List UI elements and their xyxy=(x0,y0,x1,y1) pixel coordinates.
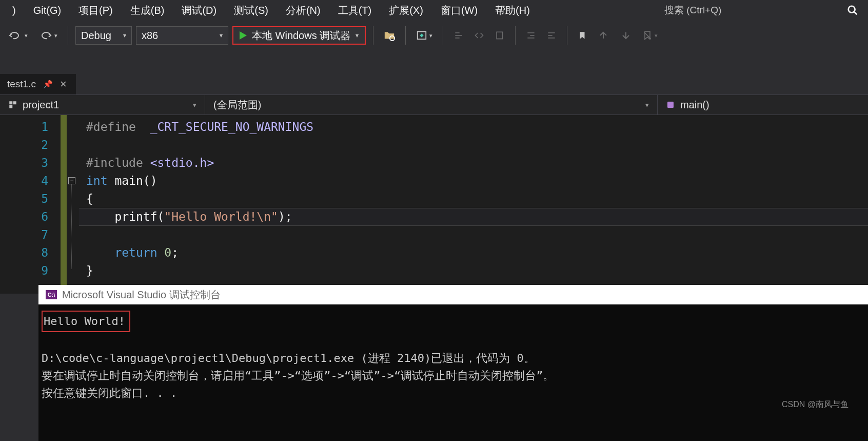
search-icon xyxy=(847,5,858,16)
console-output[interactable]: Hello World! D:\code\c-language\project1… xyxy=(38,304,868,441)
line-number: 3 xyxy=(0,154,48,172)
open-file-button[interactable] xyxy=(381,26,398,45)
scope-context-dropdown[interactable]: (全局范围) ▾ xyxy=(205,95,658,114)
function-icon xyxy=(666,100,675,109)
toolbar-separator xyxy=(373,26,373,45)
change-margin xyxy=(61,115,67,294)
console-highlighted-output: Hello World! xyxy=(42,311,130,332)
svg-point-0 xyxy=(849,6,855,13)
outdent-button[interactable] xyxy=(543,26,560,45)
search-box[interactable]: 搜索 (Ctrl+Q) xyxy=(658,0,863,21)
function-name: main() xyxy=(680,99,709,111)
chevron-down-icon: ▾ xyxy=(193,101,196,109)
vs-icon: C:\ xyxy=(46,290,57,299)
platform-dropdown[interactable]: x86 ▾ xyxy=(136,26,228,45)
comment-button[interactable] xyxy=(450,26,467,45)
chevron-down-icon: ▾ xyxy=(123,32,126,39)
menu-item[interactable]: 帮助(H) xyxy=(488,1,537,21)
code-line[interactable] xyxy=(86,136,868,154)
config-dropdown[interactable]: Debug ▾ xyxy=(75,26,132,45)
line-number: 9 xyxy=(0,262,48,280)
toolbar-separator xyxy=(68,26,68,45)
chevron-down-icon: ▾ xyxy=(356,32,359,39)
line-number: 7 xyxy=(0,226,48,244)
console-title-text: Microsoft Visual Studio 调试控制台 xyxy=(62,288,221,302)
debug-label: 本地 Windows 调试器 xyxy=(252,29,350,43)
document-tab-active[interactable]: test1.c 📌 × xyxy=(0,74,76,94)
project-name: project1 xyxy=(23,99,59,111)
clear-bookmarks-button[interactable]: ▾ xyxy=(639,26,661,45)
code-area[interactable]: #define _CRT_SECURE_NO_WARNINGS#include … xyxy=(79,115,868,294)
fold-toggle[interactable]: − xyxy=(68,177,75,184)
menu-item[interactable]: 项目(P) xyxy=(71,1,120,21)
svg-rect-16 xyxy=(13,101,16,104)
line-number: 5 xyxy=(0,190,48,208)
document-tab-label: test1.c xyxy=(7,79,36,90)
menu-item[interactable]: 扩展(X) xyxy=(382,1,430,21)
search-placeholder: 搜索 (Ctrl+Q) xyxy=(658,4,721,17)
indent-button[interactable] xyxy=(523,26,539,45)
function-context-dropdown[interactable]: main() xyxy=(658,95,868,114)
code-line[interactable] xyxy=(86,226,868,244)
menu-item[interactable]: 工具(T) xyxy=(331,1,379,21)
undo-button[interactable]: ▾ xyxy=(5,26,31,45)
svg-rect-7 xyxy=(497,32,503,39)
console-titlebar[interactable]: C:\ Microsoft Visual Studio 调试控制台 xyxy=(38,285,868,304)
code-line[interactable]: } xyxy=(86,262,868,280)
next-bookmark-button[interactable] xyxy=(617,26,635,45)
menu-item[interactable]: 窗口(W) xyxy=(433,1,485,21)
code-line[interactable]: #include <stdio.h> xyxy=(86,154,868,172)
context-bar: project1 ▾ (全局范围) ▾ main() xyxy=(0,94,868,115)
code-editor[interactable]: 123456789 − #define _CRT_SECURE_NO_WARNI… xyxy=(0,115,868,294)
format-button[interactable] xyxy=(491,26,508,45)
bookmark-button[interactable] xyxy=(575,26,590,45)
fold-guide xyxy=(71,184,72,269)
play-icon xyxy=(240,31,247,40)
svg-rect-15 xyxy=(9,101,12,104)
platform-value: x86 xyxy=(142,30,158,42)
svg-rect-18 xyxy=(667,102,674,108)
code-line[interactable]: printf("Hello World!\n"); xyxy=(86,208,868,226)
scope-name: (全局范围) xyxy=(213,98,261,112)
pin-icon[interactable]: 📌 xyxy=(43,80,53,89)
line-number-gutter: 123456789 xyxy=(0,115,61,294)
chevron-down-icon: ▾ xyxy=(645,101,649,109)
line-number: 4 xyxy=(0,172,48,190)
redo-button[interactable]: ▾ xyxy=(35,26,61,45)
line-number: 1 xyxy=(0,118,48,136)
console-press-line: 按任意键关闭此窗口. . . xyxy=(42,387,177,399)
line-number: 8 xyxy=(0,244,48,262)
menu-item[interactable]: 分析(N) xyxy=(279,1,328,21)
console-exit-line: D:\code\c-language\project1\Debug\projec… xyxy=(42,352,535,365)
toolbar-separator xyxy=(443,26,443,45)
code-line[interactable]: { xyxy=(86,190,868,208)
code-line[interactable]: #define _CRT_SECURE_NO_WARNINGS xyxy=(86,118,868,136)
menu-item[interactable]: 测试(S) xyxy=(227,1,275,21)
debug-console-window: C:\ Microsoft Visual Studio 调试控制台 Hello … xyxy=(38,285,868,441)
toolbar-separator xyxy=(405,26,406,45)
code-line[interactable]: int main() xyxy=(86,172,868,190)
code-line[interactable]: return 0; xyxy=(86,244,868,262)
console-hint-line: 要在调试停止时自动关闭控制台，请启用“工具”->“选项”->“调试”->“调试停… xyxy=(42,369,554,382)
toolbar-separator xyxy=(567,26,567,45)
watermark: CSDN @南风与鱼 xyxy=(782,399,849,410)
project-context-dropdown[interactable]: project1 ▾ xyxy=(0,95,205,114)
svg-line-1 xyxy=(854,12,857,15)
menu-item[interactable]: Git(G) xyxy=(26,2,68,20)
close-icon[interactable]: × xyxy=(60,78,67,91)
fold-gutter: − xyxy=(67,115,79,294)
document-tab-bar: test1.c 📌 × xyxy=(0,74,868,94)
menu-item-partial[interactable]: ) xyxy=(5,2,23,20)
line-number: 6 xyxy=(0,208,48,226)
project-icon xyxy=(8,100,17,109)
property-page-button[interactable]: ▾ xyxy=(413,26,436,45)
start-debug-button[interactable]: 本地 Windows 调试器 ▾ xyxy=(232,26,366,45)
menu-item[interactable]: 调试(D) xyxy=(174,1,224,21)
uncomment-button[interactable] xyxy=(471,26,487,45)
svg-rect-17 xyxy=(9,105,12,108)
toolbar-separator xyxy=(515,26,516,45)
menu-bar: ) Git(G)项目(P)生成(B)调试(D)测试(S)分析(N)工具(T)扩展… xyxy=(0,0,868,21)
line-number: 2 xyxy=(0,136,48,154)
prev-bookmark-button[interactable] xyxy=(594,26,613,45)
menu-item[interactable]: 生成(B) xyxy=(123,1,172,21)
